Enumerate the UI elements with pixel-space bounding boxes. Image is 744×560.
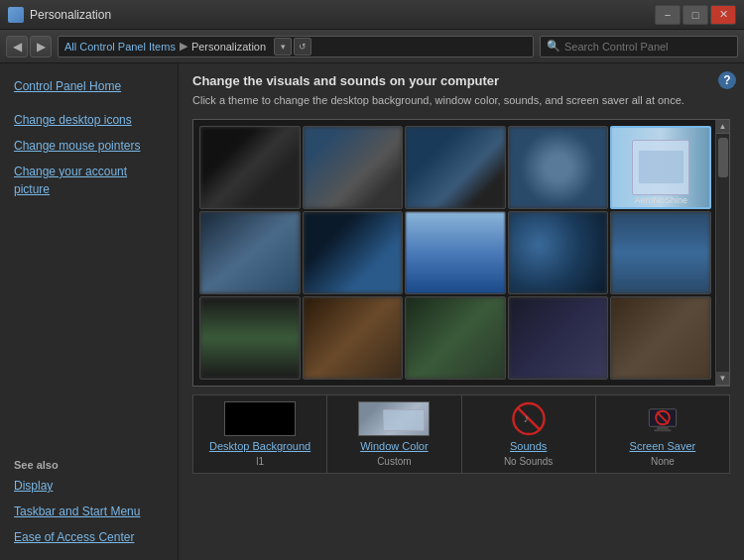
selected-theme-label: AeroNoShine xyxy=(612,195,709,205)
theme-item[interactable] xyxy=(199,211,301,294)
close-button[interactable]: ✕ xyxy=(710,5,736,25)
svg-line-1 xyxy=(517,406,540,429)
sidebar-item-control-panel-home[interactable]: Control Panel Home xyxy=(0,73,178,99)
theme-item[interactable] xyxy=(199,296,301,380)
scroll-thumb[interactable] xyxy=(718,138,728,177)
desktop-background-thumb xyxy=(224,401,296,436)
search-input[interactable] xyxy=(564,41,723,53)
sidebar-item-change-account-picture[interactable]: Change your account picture xyxy=(0,159,178,202)
search-box[interactable]: 🔍 xyxy=(540,36,738,57)
bottom-row: Desktop Background l1 Window Color Custo… xyxy=(192,394,730,474)
address-bar: ◀ ▶ All Control Panel Items ▶ Personaliz… xyxy=(0,30,744,63)
page-title: Change the visuals and sounds on your co… xyxy=(192,73,730,88)
theme-item[interactable] xyxy=(508,211,609,294)
sounds-icon: ♪ xyxy=(511,401,547,436)
screen-saver-sublabel: None xyxy=(651,456,675,467)
sidebar-item-change-desktop-icons[interactable]: Change desktop icons xyxy=(0,107,178,133)
title-bar-controls: − □ ✕ xyxy=(655,5,736,25)
theme-item[interactable] xyxy=(405,296,506,380)
refresh-button[interactable]: ↺ xyxy=(294,38,311,56)
page-description: Click a theme to change the desktop back… xyxy=(192,92,730,109)
theme-item[interactable] xyxy=(405,126,506,209)
breadcrumb-icons: ▾ ↺ xyxy=(274,38,311,56)
svg-rect-5 xyxy=(654,429,672,431)
scroll-up-button[interactable]: ▲ xyxy=(716,120,730,134)
theme-item[interactable] xyxy=(303,296,404,380)
theme-grid: AeroNoShine xyxy=(193,120,729,386)
sidebar-item-ease-of-access[interactable]: Ease of Access Center xyxy=(0,524,178,550)
title-bar-left: Personalization xyxy=(8,7,111,23)
theme-item[interactable] xyxy=(199,126,301,209)
screen-saver-button[interactable]: Screen Saver None xyxy=(596,395,729,473)
sidebar-item-taskbar-start-menu[interactable]: Taskbar and Start Menu xyxy=(0,499,178,524)
theme-item[interactable] xyxy=(303,211,404,294)
svg-text:♪: ♪ xyxy=(523,411,529,424)
recent-pages-button[interactable]: ▾ xyxy=(274,38,292,56)
breadcrumb-sep: ▶ xyxy=(180,40,187,53)
search-icon: 🔍 xyxy=(547,40,560,53)
screen-saver-icon xyxy=(645,401,681,436)
breadcrumb: All Control Panel Items ▶ Personalizatio… xyxy=(58,36,534,57)
main-layout: Control Panel Home Change desktop icons … xyxy=(0,63,744,560)
sounds-sublabel: No Sounds xyxy=(504,456,553,467)
help-button[interactable]: ? xyxy=(718,71,736,89)
sidebar-item-change-mouse-pointers[interactable]: Change mouse pointers xyxy=(0,133,178,159)
desktop-background-label: Desktop Background xyxy=(209,440,310,452)
sidebar-item-display[interactable]: Display xyxy=(0,473,178,499)
desktop-background-sublabel: l1 xyxy=(256,456,264,467)
theme-grid-container: AeroNoShine xyxy=(192,119,730,387)
theme-item[interactable] xyxy=(610,211,711,294)
theme-item[interactable] xyxy=(508,296,609,380)
theme-item[interactable] xyxy=(508,126,609,209)
window-color-button[interactable]: Window Color Custom xyxy=(327,395,461,473)
screen-saver-label: Screen Saver xyxy=(630,440,696,452)
theme-item[interactable] xyxy=(303,126,404,209)
sounds-label: Sounds xyxy=(510,440,547,452)
content-area: ? Change the visuals and sounds on your … xyxy=(179,63,744,560)
window-icon xyxy=(8,7,24,23)
window-color-sublabel: Custom xyxy=(377,456,411,467)
breadcrumb-current: Personalization xyxy=(191,41,266,53)
window-title: Personalization xyxy=(30,8,111,22)
window-color-thumb xyxy=(358,401,430,436)
title-bar: Personalization − □ ✕ xyxy=(0,0,744,30)
sounds-button[interactable]: ♪ Sounds No Sounds xyxy=(462,395,596,473)
minimize-button[interactable]: − xyxy=(655,5,681,25)
maximize-button[interactable]: □ xyxy=(682,5,708,25)
theme-item[interactable] xyxy=(405,211,506,294)
desktop-background-button[interactable]: Desktop Background l1 xyxy=(193,395,327,473)
breadcrumb-all-items[interactable]: All Control Panel Items xyxy=(64,41,176,53)
theme-item-selected[interactable]: AeroNoShine xyxy=(610,126,711,209)
scroll-down-button[interactable]: ▼ xyxy=(716,372,730,386)
see-also-title: See also xyxy=(0,453,178,473)
theme-scrollbar[interactable]: ▲ ▼ xyxy=(715,120,729,386)
nav-buttons: ◀ ▶ xyxy=(6,36,52,57)
sidebar: Control Panel Home Change desktop icons … xyxy=(0,63,179,560)
forward-button[interactable]: ▶ xyxy=(30,36,52,57)
theme-item[interactable] xyxy=(610,296,711,380)
svg-rect-4 xyxy=(657,426,669,429)
back-button[interactable]: ◀ xyxy=(6,36,28,57)
window-color-label: Window Color xyxy=(360,440,428,452)
